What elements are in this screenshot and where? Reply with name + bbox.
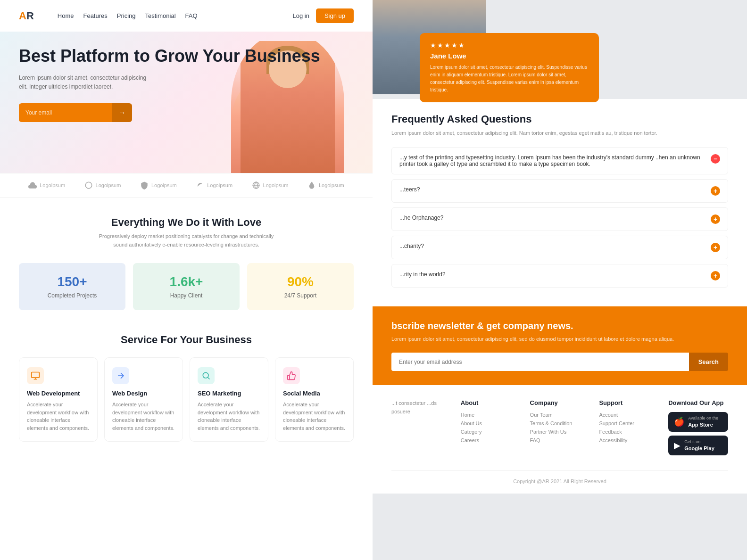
service-name-webdev: Web Development — [27, 390, 90, 397]
login-button[interactable]: Log in — [292, 12, 309, 19]
faq-toggle-4[interactable]: + — [711, 243, 720, 252]
circle-icon — [84, 181, 93, 189]
hero-submit-button[interactable]: → — [112, 103, 132, 122]
logo-item-6: Logoipsum — [307, 181, 344, 189]
navbar: AR Home Features Pricing Testimonial FAQ… — [0, 0, 373, 32]
footer-about-careers[interactable]: Careers — [461, 437, 521, 443]
footer-about-category[interactable]: Category — [461, 429, 521, 435]
logo-item-5: Logoipsum — [252, 181, 289, 189]
service-name-webdesign: Web Design — [112, 390, 175, 397]
footer-copyright: Copyright @AR 2021 All Right Reserved — [391, 470, 728, 484]
service-name-seo: SEO Marketing — [198, 390, 260, 397]
faq-content-1: ...y test of the printing and typesettin… — [399, 154, 711, 167]
cloud-icon — [28, 181, 37, 189]
faq-toggle-5[interactable]: + — [711, 271, 720, 280]
logo-text-2: Logoipsum — [96, 182, 121, 188]
faq-toggle-1[interactable]: − — [711, 154, 720, 164]
drop-icon — [307, 181, 316, 189]
footer-col-download: Download Our App 🍎 Available on the App … — [668, 399, 728, 459]
faq-item-1[interactable]: ...y test of the printing and typesettin… — [391, 147, 728, 174]
faq-question-5: ...rity in the world? — [399, 271, 711, 278]
newsletter-description: Lorem ipsum dolor sit amet, consectetur … — [391, 335, 728, 344]
stat-label-clients: Happy Client — [141, 292, 232, 299]
signup-button[interactable]: Sign up — [316, 8, 354, 23]
footer-brand-text: ...t consectetur ...ds posuere — [391, 399, 451, 416]
services-title: Service For Your Business — [19, 334, 354, 346]
google-play-label: Google Play — [684, 445, 714, 451]
newsletter-title: bscribe newsletter & get company news. — [391, 321, 728, 331]
google-play-text: Get it on Google Play — [684, 439, 714, 452]
faq-toggle-2[interactable]: + — [711, 186, 720, 196]
nav-pricing[interactable]: Pricing — [117, 12, 136, 19]
faq-item-5[interactable]: ...rity in the world? + — [391, 264, 728, 288]
google-play-icon: ▶ — [674, 440, 681, 451]
footer-grid: ...t consectetur ...ds posuere About Hom… — [391, 399, 728, 459]
service-desc-seo: Accelerate your development workflow wit… — [198, 401, 260, 432]
footer-support-center[interactable]: Support Center — [599, 420, 659, 426]
service-name-social: Social Media — [283, 390, 346, 397]
svg-rect-2 — [32, 372, 40, 378]
logo-text-5: Logoipsum — [263, 182, 289, 188]
footer-support-account[interactable]: Account — [599, 412, 659, 418]
hero-email-input[interactable] — [19, 104, 112, 122]
globe-icon — [252, 181, 260, 189]
nav-home[interactable]: Home — [58, 12, 74, 19]
logo-item-3: Logoipsum — [140, 181, 177, 189]
newsletter-email-input[interactable] — [391, 353, 689, 371]
newsletter-submit-button[interactable]: Search — [689, 353, 728, 371]
logo-text-4: Logoipsum — [207, 182, 232, 188]
footer: ...t consectetur ...ds posuere About Hom… — [373, 385, 747, 494]
nav-right: Log in Sign up — [292, 8, 354, 23]
footer-company-team[interactable]: Our Team — [530, 412, 590, 418]
stat-number-clients: 1.6k+ — [141, 274, 232, 289]
faq-item-4[interactable]: ...charity? + — [391, 236, 728, 259]
footer-company-partner[interactable]: Partner With Us — [530, 429, 590, 435]
footer-support-feedback[interactable]: Feedback — [599, 429, 659, 435]
logo-text-3: Logoipsum — [151, 182, 177, 188]
testimonial-stars: ★★★★★ — [430, 41, 589, 49]
logo-text-6: Logoipsum — [319, 182, 344, 188]
apple-icon: 🍎 — [674, 417, 684, 427]
footer-support-accessibility[interactable]: Accessibility — [599, 437, 659, 443]
service-desc-webdesign: Accelerate your development workflow wit… — [112, 401, 175, 432]
nav-faq[interactable]: FAQ — [185, 12, 198, 19]
faq-item-3[interactable]: ...he Orphanage? + — [391, 207, 728, 231]
google-play-sub: Get it on — [684, 439, 714, 445]
nav-testimonial[interactable]: Testimonial — [145, 12, 176, 19]
logo-text-1: Logoipsum — [40, 182, 65, 188]
faq-section: Frequently Asked Questions Lorem ipsum d… — [373, 99, 747, 306]
footer-company-faq[interactable]: FAQ — [530, 437, 590, 443]
service-card-social: Social Media Accelerate your development… — [275, 357, 354, 442]
shield-icon — [140, 181, 149, 189]
stats-section-title: Everything We Do it With Love — [19, 216, 354, 229]
leaf-icon — [196, 181, 204, 189]
logo-r: R — [26, 10, 34, 22]
faq-item-2[interactable]: ...teers? + — [391, 179, 728, 203]
right-panel: ★★★★★ Jane Lowe Lorem ipsum dolor sit am… — [373, 0, 747, 560]
footer-company-terms[interactable]: Terms & Condition — [530, 420, 590, 426]
logos-bar: Logoipsum Logoipsum Logoipsum Logoipsum … — [0, 173, 373, 198]
faq-description: Lorem ipsum dolor sit amet, consectetur … — [391, 129, 728, 138]
google-play-button[interactable]: ▶ Get it on Google Play — [668, 436, 728, 455]
app-store-label: App Store — [688, 422, 713, 428]
footer-company-title: Company — [530, 399, 590, 406]
newsletter-form: Search — [391, 353, 728, 371]
service-card-webdev: Web Development Accelerate your developm… — [19, 357, 98, 442]
app-store-text: Available on the App Store — [688, 416, 718, 428]
faq-toggle-3[interactable]: + — [711, 214, 720, 224]
footer-col-support: Support Account Support Center Feedback … — [599, 399, 659, 459]
webdev-icon — [27, 367, 44, 384]
logo-a: A — [19, 10, 26, 22]
footer-col-company: Company Our Team Terms & Condition Partn… — [530, 399, 590, 459]
nav-links: Home Features Pricing Testimonial FAQ — [58, 12, 198, 19]
stats-section-desc: Progressively deploy market positioning … — [97, 232, 276, 249]
nav-features[interactable]: Features — [83, 12, 107, 19]
service-desc-webdev: Accelerate your development workflow wit… — [27, 401, 90, 432]
app-store-button[interactable]: 🍎 Available on the App Store — [668, 412, 728, 432]
footer-download-title: Download Our App — [668, 399, 728, 406]
stat-label-support: 24/7 Support — [255, 292, 346, 299]
logo: AR — [19, 10, 34, 22]
footer-about-us[interactable]: About Us — [461, 420, 521, 426]
footer-about-home[interactable]: Home — [461, 412, 521, 418]
testimonial-name: Jane Lowe — [430, 52, 589, 60]
